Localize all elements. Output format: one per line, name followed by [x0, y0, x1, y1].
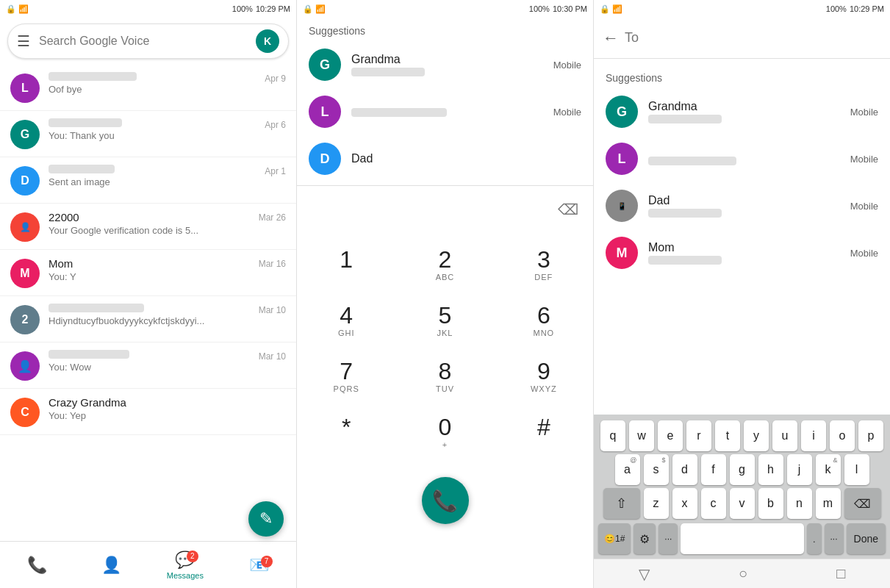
key-g[interactable]: g: [730, 454, 755, 485]
key-o[interactable]: o: [830, 420, 855, 451]
key-i[interactable]: i: [801, 420, 826, 451]
key-f[interactable]: f: [701, 454, 726, 485]
conv-name: 22000: [49, 211, 286, 223]
key-done[interactable]: Done: [847, 523, 886, 554]
sug-type-l: Mobile: [553, 107, 581, 118]
p3-type-g: Mobile: [850, 107, 878, 118]
key-h[interactable]: h: [758, 454, 783, 485]
nav-voicemail[interactable]: 📧 7: [222, 553, 296, 578]
hamburger-icon[interactable]: ☰: [17, 32, 30, 50]
key-x[interactable]: x: [672, 488, 697, 519]
key-s[interactable]: s$: [644, 454, 669, 485]
p3-suggestion-dad[interactable]: 📱 Dad Mobile: [594, 182, 890, 229]
suggestion-dad[interactable]: D Dad: [297, 135, 593, 182]
messages-label: Messages: [167, 571, 204, 580]
key-v[interactable]: v: [730, 488, 755, 519]
dialpad-key-0[interactable]: 0 +: [408, 406, 481, 459]
compose-fab[interactable]: ✎: [248, 501, 284, 537]
conv-name: Crazy Grandma: [49, 396, 286, 409]
dialpad-key-6[interactable]: 6 MNO: [507, 295, 581, 348]
dialpad-key-2[interactable]: 2 ABC: [408, 239, 481, 292]
dialpad-key-5[interactable]: 5 JKL: [408, 295, 481, 348]
p3-suggestion-grandma[interactable]: G Grandma Mobile: [594, 88, 890, 135]
conv-date: Mar 10: [259, 351, 286, 362]
panel3: 🔒 📶 100% 10:29 PM ← Suggestions G Grandm…: [594, 0, 890, 588]
key-options-left[interactable]: ···: [658, 523, 678, 554]
key-e[interactable]: e: [658, 420, 683, 451]
nav-messages[interactable]: 💬 2 Messages: [148, 548, 223, 583]
list-item[interactable]: C Crazy Grandma You: Yep: [0, 389, 296, 435]
key-c[interactable]: c: [701, 488, 726, 519]
nav-phone[interactable]: 📞: [0, 553, 74, 578]
sug-avatar-d: D: [309, 143, 341, 175]
dialpad-key-8[interactable]: 8 TUV: [408, 351, 481, 404]
dialpad-key-4[interactable]: 4 GHI: [309, 295, 383, 348]
p3-info-g: Grandma: [648, 100, 850, 123]
p3-suggestion-mom[interactable]: M Mom Mobile: [594, 229, 890, 276]
key-period[interactable]: .: [807, 523, 822, 554]
call-icon: 📞: [432, 489, 458, 513]
p3-avatar-g: G: [606, 96, 638, 128]
suggestion-l[interactable]: L Mobile: [297, 88, 593, 135]
dialpad-key-7[interactable]: 7 PQRS: [309, 351, 383, 404]
conv-content: Mom You: Y: [49, 257, 286, 282]
dialpad-key-hash[interactable]: #: [507, 406, 581, 459]
avatar: 👤: [10, 351, 40, 381]
list-item[interactable]: M Mom You: Y Mar 16: [0, 250, 296, 296]
key-a[interactable]: a@: [615, 454, 640, 485]
dialpad-key-9[interactable]: 9 WXYZ: [507, 351, 581, 404]
back-button[interactable]: ←: [603, 29, 619, 48]
key-options-right[interactable]: ···: [825, 523, 844, 554]
suggestion-grandma[interactable]: G Grandma Mobile: [297, 41, 593, 88]
status-bar-p2: 🔒 📶 100% 10:30 PM: [297, 0, 593, 18]
list-item[interactable]: 👤 22000 Your Google verification code is…: [0, 204, 296, 250]
key-z[interactable]: z: [644, 488, 669, 519]
key-r[interactable]: r: [686, 420, 711, 451]
home-nav-icon[interactable]: ○: [739, 565, 747, 582]
key-space[interactable]: [681, 523, 804, 554]
bottom-nav: 📞 👤 💬 2 Messages 📧 7: [0, 541, 296, 588]
key-d[interactable]: d: [672, 454, 697, 485]
user-avatar[interactable]: K: [256, 29, 279, 53]
key-l[interactable]: l: [844, 454, 869, 485]
recents-nav-icon[interactable]: □: [836, 565, 845, 582]
key-b[interactable]: b: [758, 488, 783, 519]
list-item[interactable]: D Sent an image Apr 1: [0, 157, 296, 204]
call-button[interactable]: 📞: [422, 477, 469, 524]
list-item[interactable]: G You: Thank you Apr 6: [0, 111, 296, 157]
key-n[interactable]: n: [787, 488, 812, 519]
key-k[interactable]: k&: [816, 454, 841, 485]
dialpad-input-area[interactable]: ⌫: [297, 189, 593, 230]
list-item[interactable]: 👤 You: Wow Mar 10: [0, 343, 296, 389]
status-battery-p1: 100%: [232, 4, 253, 13]
conv-preview: Oof bye: [49, 84, 286, 95]
dialpad-key-3[interactable]: 3 DEF: [507, 239, 581, 292]
key-t[interactable]: t: [715, 420, 740, 451]
key-y[interactable]: y: [744, 420, 769, 451]
key-backspace[interactable]: ⌫: [844, 488, 881, 519]
list-item[interactable]: L Oof bye Apr 9: [0, 65, 296, 111]
list-item[interactable]: 2 Hdiyndtucyfbuokdyyykcykfctjskdyyi... M…: [0, 296, 296, 343]
search-input[interactable]: Search Google Voice: [39, 35, 256, 48]
key-m[interactable]: m: [816, 488, 841, 519]
key-u[interactable]: u: [772, 420, 797, 451]
key-p[interactable]: p: [858, 420, 883, 451]
key-shift[interactable]: ⇧: [603, 488, 640, 519]
suggestions-label-p3: Suggestions: [594, 65, 890, 88]
suggestions-label-p2: Suggestions: [297, 18, 593, 41]
key-settings[interactable]: ⚙: [634, 523, 656, 554]
status-time-p1: 10:29 PM: [256, 4, 290, 13]
p3-suggestion-l[interactable]: L Mobile: [594, 135, 890, 182]
key-w[interactable]: w: [629, 420, 654, 451]
search-bar[interactable]: ☰ Search Google Voice K: [7, 24, 289, 59]
to-field[interactable]: [625, 30, 881, 46]
dialpad-row-2: 4 GHI 5 JKL 6 MNO: [297, 295, 593, 348]
nav-contacts[interactable]: 👤: [74, 553, 148, 578]
dialpad-key-1[interactable]: 1: [309, 239, 383, 292]
key-q[interactable]: q: [600, 420, 625, 451]
delete-button[interactable]: ⌫: [555, 196, 581, 223]
back-nav-icon[interactable]: ▽: [639, 565, 650, 583]
dialpad-key-star[interactable]: *: [309, 406, 383, 459]
key-symbols[interactable]: 😊1#: [598, 523, 631, 554]
key-j[interactable]: j: [787, 454, 812, 485]
